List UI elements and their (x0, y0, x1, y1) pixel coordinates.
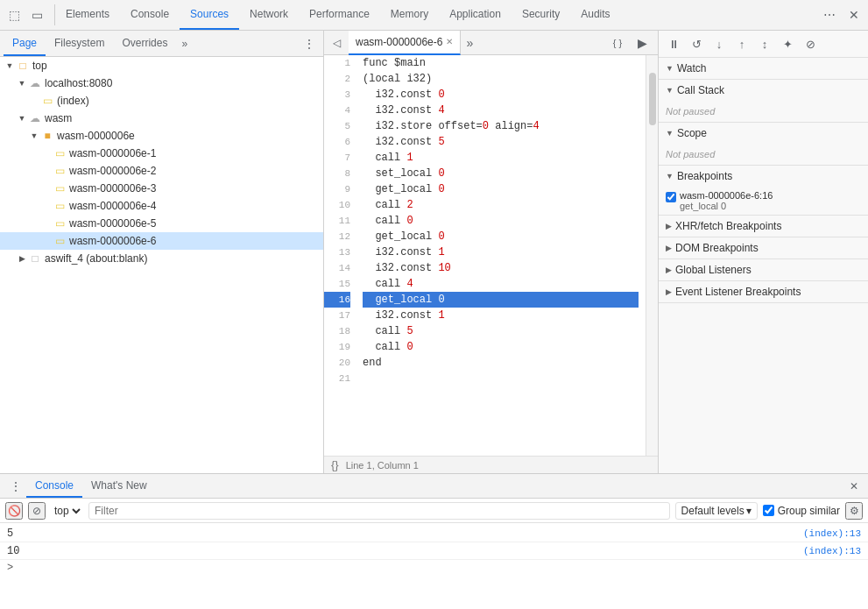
console-tab-whats-new[interactable]: What's New (82, 474, 156, 498)
xhr-breakpoints-header[interactable]: ▶ XHR/fetch Breakpoints (659, 216, 868, 237)
console-filter-input[interactable] (88, 502, 670, 520)
tree-arrow-aswift: ▶ (16, 254, 28, 263)
event-listener-header[interactable]: ▶ Event Listener Breakpoints (659, 281, 868, 302)
device-icon[interactable]: ▭ (26, 4, 47, 25)
format-code-icon[interactable]: { } (607, 32, 628, 53)
dom-breakpoints-header[interactable]: ▶ DOM Breakpoints (659, 237, 868, 258)
global-arrow-icon: ▶ (666, 266, 672, 274)
inspect-icon[interactable]: ⬚ (4, 4, 25, 25)
code-content[interactable]: func $main (local i32) i32.const 0 i32.c… (356, 55, 646, 456)
console-filter-icon[interactable]: ⊘ (28, 502, 46, 520)
tree-item-file2[interactable]: ▭ wasm-0000006e-2 (0, 162, 323, 180)
file-icon-6: ▭ (53, 234, 67, 248)
global-listeners-section: ▶ Global Listeners (659, 259, 868, 281)
tab-sources[interactable]: Sources (180, 0, 239, 30)
console-settings-icon[interactable]: ⚙ (845, 502, 863, 520)
debugger-panel: ⏸ ↺ ↓ ↑ ↕ ✦ ⊘ ▼ Watch ▼ Call Stack (658, 31, 868, 473)
tree-item-index[interactable]: ▭ (index) (0, 92, 323, 110)
tree-item-aswift[interactable]: ▶ □ aswift_4 (about:blank) (0, 250, 323, 267)
cursor-position: Line 1, Column 1 (346, 460, 419, 471)
group-similar-toggle[interactable]: Group similar (763, 505, 840, 517)
pause-exceptions-btn[interactable]: ⊘ (801, 34, 820, 53)
call-stack-not-paused: Not paused (659, 101, 868, 122)
step-btn[interactable]: ↕ (755, 34, 774, 53)
format-icon[interactable]: {} (331, 458, 339, 471)
tree-item-file6[interactable]: ▭ wasm-0000006e-6 (0, 232, 323, 250)
tab-performance[interactable]: Performance (299, 0, 380, 30)
xhr-breakpoints-section: ▶ XHR/fetch Breakpoints (659, 216, 868, 237)
step-over-btn[interactable]: ↺ (687, 34, 706, 53)
group-similar-checkbox[interactable] (763, 505, 774, 516)
console-prompt[interactable]: > (0, 560, 868, 576)
deactivate-btn[interactable]: ✦ (778, 34, 797, 53)
tab-security[interactable]: Security (512, 0, 570, 30)
console-row-1: 5 (index):13 (0, 525, 868, 542)
status-bar: {} Line 1, Column 1 (324, 456, 658, 473)
console-source-2[interactable]: (index):13 (803, 546, 861, 556)
file-tab-active[interactable]: wasm-0000006e-6 ✕ (349, 31, 461, 55)
ln-3: 3 (324, 87, 350, 103)
sub-tab-overrides[interactable]: Overrides (113, 31, 176, 56)
sub-tab-filesystem[interactable]: Filesystem (46, 31, 113, 56)
console-source-1[interactable]: (index):13 (803, 528, 861, 539)
breakpoint-line-1: get_local 0 (680, 201, 773, 211)
tab-elements[interactable]: Elements (55, 0, 120, 30)
code-line-13: i32.const 1 (363, 244, 639, 260)
tree-item-file5[interactable]: ▭ wasm-0000006e-5 (0, 215, 323, 232)
code-scrollbar[interactable] (646, 55, 658, 456)
run-snippet-icon[interactable]: ▶ (632, 32, 653, 53)
step-out-btn[interactable]: ↑ (732, 34, 752, 53)
tab-audits[interactable]: Audits (570, 0, 620, 30)
tree-label-wasm: wasm (45, 112, 72, 124)
console-options-icon[interactable]: ⋮ (5, 476, 26, 497)
call-stack-header[interactable]: ▼ Call Stack (659, 80, 868, 101)
watch-arrow-icon: ▼ (666, 64, 674, 73)
console-value-1: 5 (7, 528, 13, 540)
tab-application[interactable]: Application (439, 0, 512, 30)
tree-item-wasm-folder[interactable]: ▼ ■ wasm-0000006e (0, 127, 323, 145)
code-line-12: get_local 0 (363, 229, 639, 244)
breakpoint-checkbox-1[interactable] (666, 192, 676, 202)
tree-item-file4[interactable]: ▭ wasm-0000006e-4 (0, 197, 323, 215)
file-tab-close-icon[interactable]: ✕ (446, 37, 453, 46)
tree-label-file3: wasm-0000006e-3 (69, 182, 156, 195)
dom-arrow-icon: ▶ (666, 244, 672, 252)
tree-item-wasm[interactable]: ▼ ☁ wasm (0, 110, 323, 127)
ln-7: 7 (324, 150, 350, 166)
default-levels-btn[interactable]: Default levels ▾ (675, 502, 758, 520)
clear-console-icon[interactable]: 🚫 (5, 502, 23, 520)
tree-item-file1[interactable]: ▭ wasm-0000006e-1 (0, 145, 323, 162)
tab-network[interactable]: Network (239, 0, 299, 30)
tree-item-localhost[interactable]: ▼ ☁ localhost:8080 (0, 74, 323, 92)
file-icon-5: ▭ (53, 216, 67, 230)
scope-arrow-icon: ▼ (666, 129, 674, 138)
scope-header[interactable]: ▼ Scope (659, 123, 868, 144)
context-select[interactable]: top (51, 504, 83, 518)
levels-label: Default levels (681, 505, 745, 517)
tab-memory[interactable]: Memory (380, 0, 439, 30)
step-into-btn[interactable]: ↓ (709, 34, 729, 53)
ln-14: 14 (324, 260, 350, 276)
more-tabs-icon[interactable]: » (461, 36, 478, 50)
code-line-18: call 5 (363, 323, 639, 339)
pause-btn[interactable]: ⏸ (664, 34, 683, 53)
ln-11: 11 (324, 213, 350, 229)
console-tab-console[interactable]: Console (26, 474, 82, 498)
expand-sources-icon[interactable]: ◁ (324, 31, 349, 55)
global-listeners-header[interactable]: ▶ Global Listeners (659, 259, 868, 280)
close-devtools-icon[interactable]: ✕ (843, 4, 864, 25)
console-close-icon[interactable]: ✕ (843, 476, 864, 497)
tree-item-file3[interactable]: ▭ wasm-0000006e-3 (0, 180, 323, 197)
sub-tab-page[interactable]: Page (4, 31, 46, 56)
tree-item-top[interactable]: ▼ □ top (0, 57, 323, 74)
breakpoints-header[interactable]: ▼ Breakpoints (659, 166, 868, 187)
tree-label-file1: wasm-0000006e-1 (69, 147, 156, 159)
scrollbar-thumb (649, 73, 656, 125)
ln-19: 19 (324, 339, 350, 355)
watch-header[interactable]: ▼ Watch (659, 58, 868, 79)
more-options-icon[interactable]: ⋯ (819, 4, 840, 25)
sub-tabs-options-icon[interactable]: ⋮ (299, 33, 320, 54)
sub-tabs-more-icon[interactable]: » (176, 38, 193, 50)
tab-console[interactable]: Console (120, 0, 180, 30)
tree-label-aswift: aswift_4 (about:blank) (45, 252, 147, 265)
